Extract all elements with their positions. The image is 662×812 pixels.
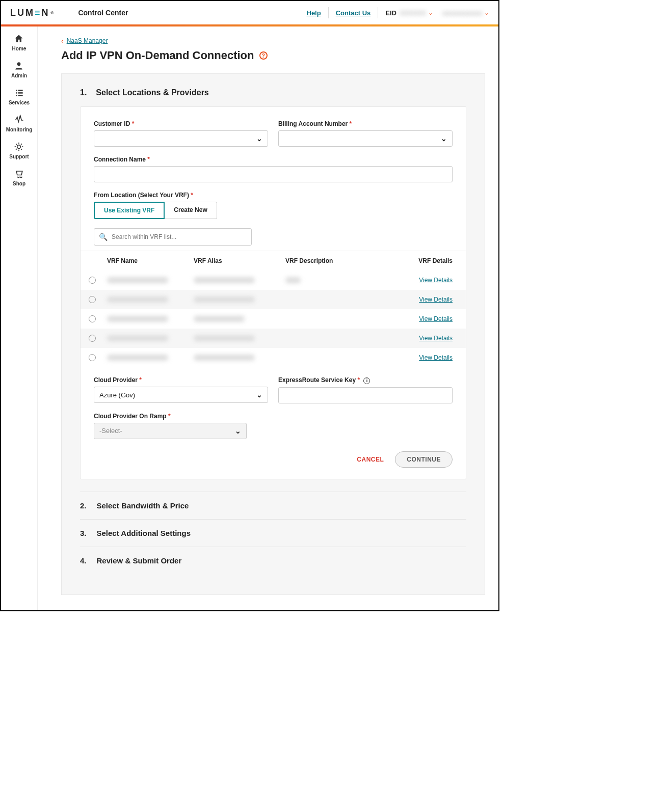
- breadcrumb: ‹ NaaS Manager: [61, 37, 485, 45]
- home-icon: [14, 34, 24, 44]
- user-chevron-icon[interactable]: ⌄: [484, 9, 489, 16]
- on-ramp-label: Cloud Provider On Ramp *: [94, 413, 247, 420]
- vrf-row[interactable]: View Details: [81, 329, 466, 348]
- vrf-radio[interactable]: [89, 296, 96, 303]
- view-details-link[interactable]: View Details: [419, 277, 453, 284]
- continue-button[interactable]: CONTINUE: [395, 451, 453, 468]
- ban-label: Billing Account Number *: [278, 120, 453, 127]
- cloud-provider-label: Cloud Provider *: [94, 376, 268, 384]
- svg-rect-6: [18, 95, 22, 96]
- expressroute-key-label: ExpressRoute Service Key * i: [278, 376, 453, 384]
- breadcrumb-link[interactable]: NaaS Manager: [67, 37, 108, 44]
- app-title: Control Center: [78, 9, 128, 17]
- tab-create-new[interactable]: Create New: [165, 202, 217, 219]
- step1-card: Customer ID * ⌄ Billing Account Number *: [80, 106, 466, 479]
- svg-rect-1: [16, 90, 17, 91]
- shop-icon: [14, 169, 24, 179]
- nav-home[interactable]: Home: [12, 34, 27, 51]
- step2-header[interactable]: 2.Select Bandwidth & Price: [80, 492, 466, 519]
- eid-value[interactable]: XXXXXX: [400, 9, 426, 17]
- help-link[interactable]: Help: [307, 9, 321, 17]
- step3-header[interactable]: 3.Select Additional Settings: [80, 519, 466, 547]
- svg-rect-2: [18, 90, 22, 91]
- col-vrf-desc: VRF Description: [285, 257, 382, 264]
- chevron-down-icon: ⌄: [441, 134, 447, 143]
- vrf-table: VRF Name VRF Alias VRF Description VRF D…: [81, 251, 466, 367]
- expressroute-key-input[interactable]: [278, 387, 453, 403]
- eid-label: EID: [385, 9, 396, 17]
- svg-point-0: [17, 62, 21, 66]
- ban-select[interactable]: ⌄: [278, 130, 453, 147]
- vrf-radio[interactable]: [89, 277, 96, 284]
- services-icon: [14, 88, 24, 98]
- customer-id-label: Customer ID *: [94, 120, 268, 127]
- vrf-mode-tabs: Use Existing VRF Create New: [94, 202, 453, 219]
- conn-name-input[interactable]: [94, 166, 453, 182]
- wizard-panel: 1. Select Locations & Providers Customer…: [61, 73, 485, 595]
- col-vrf-details: VRF Details: [382, 257, 453, 264]
- chevron-down-icon: ⌄: [235, 427, 241, 435]
- admin-icon: [14, 61, 24, 71]
- nav-support[interactable]: Support: [9, 142, 29, 159]
- info-icon[interactable]: i: [363, 377, 370, 384]
- nav-services[interactable]: Services: [9, 88, 30, 105]
- nav-monitoring[interactable]: Monitoring: [6, 115, 33, 132]
- chevron-down-icon: ⌄: [256, 134, 262, 143]
- left-nav: Home Admin Services Monitoring Support S…: [1, 26, 38, 610]
- page-title: Add IP VPN On-Demand Connection ?: [61, 49, 485, 62]
- support-icon: [14, 142, 24, 152]
- cloud-provider-select[interactable]: Azure (Gov) ⌄: [94, 387, 268, 403]
- vrf-row[interactable]: View Details: [81, 270, 466, 290]
- svg-rect-3: [16, 92, 17, 94]
- svg-point-7: [17, 145, 21, 149]
- col-vrf-alias: VRF Alias: [194, 257, 285, 264]
- vrf-radio[interactable]: [89, 315, 96, 322]
- svg-rect-4: [18, 92, 22, 94]
- vrf-radio[interactable]: [89, 354, 96, 361]
- customer-id-select[interactable]: ⌄: [94, 130, 268, 147]
- from-location-label: From Location (Select Your VRF) *: [94, 192, 453, 199]
- contact-link[interactable]: Contact Us: [336, 9, 371, 17]
- vrf-row[interactable]: View Details: [81, 348, 466, 367]
- vrf-radio[interactable]: [89, 335, 96, 342]
- step4-header[interactable]: 4.Review & Submit Order: [80, 547, 466, 574]
- col-vrf-name: VRF Name: [107, 257, 194, 264]
- conn-name-label: Connection Name *: [94, 156, 453, 163]
- chevron-down-icon: ⌄: [256, 391, 262, 399]
- vrf-table-body[interactable]: View Details View Details: [81, 270, 466, 367]
- cancel-button[interactable]: CANCEL: [357, 456, 384, 463]
- search-icon: 🔍: [99, 233, 108, 241]
- tab-use-existing[interactable]: Use Existing VRF: [94, 202, 165, 219]
- nav-admin[interactable]: Admin: [11, 61, 27, 78]
- view-details-link[interactable]: View Details: [419, 296, 453, 303]
- view-details-link[interactable]: View Details: [419, 315, 453, 322]
- view-details-link[interactable]: View Details: [419, 335, 453, 342]
- vrf-row[interactable]: View Details: [81, 309, 466, 329]
- brand-logo: LUM≡N®: [10, 8, 54, 18]
- back-chevron-icon[interactable]: ‹: [61, 37, 64, 45]
- remaining-steps: 2.Select Bandwidth & Price 3.Select Addi…: [80, 492, 466, 574]
- step1-header: 1. Select Locations & Providers: [80, 88, 466, 97]
- nav-shop[interactable]: Shop: [13, 169, 25, 186]
- username-menu[interactable]: xxxxxxxxxxxx: [442, 9, 482, 17]
- top-bar: LUM≡N® Control Center Help Contact Us EI…: [1, 1, 498, 26]
- main-content: ‹ NaaS Manager Add IP VPN On-Demand Conn…: [38, 26, 498, 610]
- on-ramp-select[interactable]: -Select- ⌄: [94, 423, 247, 439]
- view-details-link[interactable]: View Details: [419, 354, 453, 361]
- eid-chevron-icon[interactable]: ⌄: [428, 9, 433, 16]
- vrf-row[interactable]: View Details: [81, 290, 466, 309]
- vrf-search[interactable]: 🔍: [94, 228, 252, 246]
- svg-rect-5: [16, 95, 17, 96]
- page-help-icon[interactable]: ?: [259, 51, 268, 60]
- monitoring-icon: [14, 115, 24, 125]
